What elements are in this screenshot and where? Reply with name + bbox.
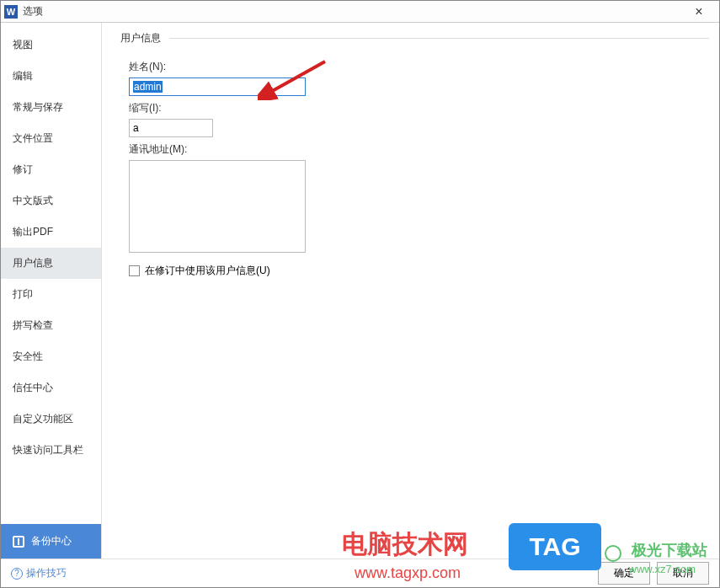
section-divider — [169, 38, 709, 39]
sidebar-item-revision[interactable]: 修订 — [1, 154, 101, 185]
checkbox-label: 在修订中使用该用户信息(U) — [145, 264, 270, 278]
use-in-revision-checkbox[interactable] — [129, 265, 140, 276]
sidebar-item-file-location[interactable]: 文件位置 — [1, 123, 101, 154]
app-icon: W — [4, 5, 18, 19]
sidebar-item-user-info[interactable]: 用户信息 — [1, 248, 101, 279]
backup-center-button[interactable]: 备份中心 — [1, 524, 101, 559]
sidebar-item-general-save[interactable]: 常规与保存 — [1, 92, 101, 123]
name-value: admin — [133, 81, 163, 93]
section-title: 用户信息 — [117, 31, 164, 45]
sidebar-item-trust-center[interactable]: 信任中心 — [1, 372, 101, 404]
ok-button[interactable]: 确定 — [598, 562, 650, 585]
tips-link[interactable]: ? 操作技巧 — [11, 566, 67, 580]
form-area: 姓名(N): admin 缩写(I): 通讯地址(M): 在修订中使用该用户信息… — [129, 60, 702, 278]
name-label: 姓名(N): — [129, 60, 702, 74]
initials-input[interactable] — [129, 119, 213, 137]
content: 视图 编辑 常规与保存 文件位置 修订 中文版式 输出PDF 用户信息 打印 拼… — [1, 23, 719, 559]
title-bar: W 选项 × — [1, 1, 719, 23]
cancel-button[interactable]: 取消 — [657, 562, 709, 585]
tips-icon: ? — [11, 568, 23, 580]
sidebar-item-edit[interactable]: 编辑 — [1, 61, 101, 92]
sidebar: 视图 编辑 常规与保存 文件位置 修订 中文版式 输出PDF 用户信息 打印 拼… — [1, 23, 102, 559]
sidebar-item-chinese-layout[interactable]: 中文版式 — [1, 185, 101, 216]
name-input[interactable]: admin — [129, 78, 306, 96]
close-button[interactable]: × — [682, 1, 716, 23]
sidebar-item-customize-ribbon[interactable]: 自定义功能区 — [1, 404, 101, 435]
sidebar-item-view[interactable]: 视图 — [1, 29, 101, 61]
main-panel: 用户信息 姓名(N): admin 缩写(I): 通讯地址(M): 在修订中使用… — [102, 23, 719, 559]
window-title: 选项 — [23, 4, 682, 19]
backup-center-label: 备份中心 — [31, 534, 72, 548]
tips-label: 操作技巧 — [26, 566, 67, 580]
footer: ? 操作技巧 确定 取消 — [1, 559, 719, 587]
sidebar-item-security[interactable]: 安全性 — [1, 341, 101, 372]
sidebar-item-spellcheck[interactable]: 拼写检查 — [1, 310, 101, 341]
sidebar-item-quick-access[interactable]: 快速访问工具栏 — [1, 435, 101, 466]
backup-icon — [13, 536, 24, 548]
address-input[interactable] — [129, 160, 306, 253]
address-label: 通讯地址(M): — [129, 142, 702, 157]
sidebar-item-output-pdf[interactable]: 输出PDF — [1, 216, 101, 248]
initials-label: 缩写(I): — [129, 101, 702, 115]
sidebar-item-print[interactable]: 打印 — [1, 279, 101, 310]
